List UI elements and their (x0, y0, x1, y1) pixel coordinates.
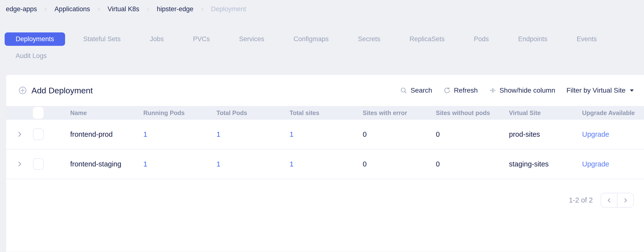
pager-controls (600, 193, 634, 208)
tab-jobs[interactable]: Jobs (139, 32, 175, 46)
tab-events[interactable]: Events (566, 32, 608, 46)
add-deployment-button[interactable]: Add Deployment (18, 86, 93, 95)
refresh-button[interactable]: Refresh (444, 86, 478, 94)
panel-header: Add Deployment Search (6, 75, 644, 106)
search-label: Search (410, 86, 432, 94)
total-sites-link[interactable]: 1 (290, 130, 294, 138)
total-pods-link[interactable]: 1 (216, 130, 220, 138)
deployment-name: frontend-staging (54, 160, 143, 168)
column-header-total-pods: Total Pods (216, 110, 290, 116)
total-sites-link[interactable]: 1 (290, 160, 294, 168)
breadcrumb-deployment: Deployment (211, 5, 246, 13)
tab-pvcs[interactable]: PVCs (182, 32, 221, 46)
sites-without-pods-value: 0 (436, 160, 509, 168)
add-deployment-label: Add Deployment (32, 86, 93, 95)
sites-without-pods-value: 0 (436, 130, 509, 138)
chevron-down-icon (629, 89, 634, 92)
upgrade-link[interactable]: Upgrade (582, 130, 609, 138)
breadcrumb-separator-icon: › (98, 6, 100, 12)
tab-deployments[interactable]: Deployments (5, 32, 65, 46)
sites-with-error-value: 0 (363, 130, 436, 138)
breadcrumb-edge-apps[interactable]: edge-apps (6, 5, 37, 13)
column-header-sites-without-pods: Sites without pods (436, 110, 509, 116)
running-pods-link[interactable]: 1 (143, 160, 147, 168)
chevron-right-icon (16, 160, 24, 168)
refresh-icon (444, 87, 451, 94)
show-hide-column-button[interactable]: Show/hide column (489, 86, 555, 94)
tab-bar: Deployments Stateful Sets Jobs PVCs Serv… (5, 32, 644, 63)
breadcrumb-separator-icon: › (147, 6, 149, 12)
chevron-left-icon (606, 197, 612, 204)
column-header-virtual-site: Virtual Site (509, 110, 582, 116)
next-page-button[interactable] (617, 193, 633, 207)
column-toggle-icon (489, 87, 496, 94)
search-icon (400, 87, 407, 94)
plus-circle-icon (18, 86, 27, 95)
virtual-site-value: staging-sites (509, 160, 582, 168)
breadcrumb-applications[interactable]: Applications (54, 5, 90, 13)
page-range-label: 1-2 of 2 (569, 196, 593, 204)
column-header-sites-with-error: Sites with error (363, 110, 436, 116)
show-hide-column-label: Show/hide column (500, 86, 555, 94)
row-checkbox[interactable] (33, 158, 54, 170)
tab-audit-logs[interactable]: Audit Logs (5, 49, 58, 63)
sites-with-error-value: 0 (363, 160, 436, 168)
table-toolbar: Search Refresh (400, 86, 634, 94)
deployments-panel: Add Deployment Search (6, 74, 644, 252)
tab-configmaps[interactable]: Configmaps (282, 32, 340, 46)
row-checkbox[interactable] (33, 128, 54, 140)
tab-secrets[interactable]: Secrets (347, 32, 391, 46)
search-button[interactable]: Search (400, 86, 432, 94)
tab-pods[interactable]: Pods (463, 32, 500, 46)
deployment-name: frontend-prod (54, 130, 143, 138)
table-header-row: Name Running Pods Total Pods Total sites… (6, 106, 644, 120)
tab-endpoints[interactable]: Endpoints (507, 32, 558, 46)
expand-row-button[interactable] (6, 130, 33, 138)
filter-virtual-site-dropdown[interactable]: Filter by Virtual Site (566, 86, 634, 94)
column-header-total-sites: Total sites (290, 110, 363, 116)
chevron-right-icon (16, 130, 24, 138)
running-pods-link[interactable]: 1 (143, 130, 147, 138)
table-row: frontend-staging 1 1 1 0 0 staging-sites… (6, 150, 644, 179)
tab-stateful-sets[interactable]: Stateful Sets (72, 32, 132, 46)
breadcrumb: edge-apps › Applications › Virtual K8s ›… (0, 0, 644, 13)
breadcrumb-separator-icon: › (45, 6, 47, 12)
filter-virtual-site-label: Filter by Virtual Site (566, 86, 626, 94)
select-all-checkbox[interactable] (33, 107, 54, 119)
column-header-name: Name (54, 110, 143, 116)
previous-page-button[interactable] (601, 193, 617, 207)
breadcrumb-virtual-k8s[interactable]: Virtual K8s (108, 5, 139, 13)
pagination: 1-2 of 2 (6, 179, 644, 208)
breadcrumb-hipster-edge[interactable]: hipster-edge (157, 5, 193, 13)
tab-replicasets[interactable]: ReplicaSets (398, 32, 456, 46)
tab-row-1: Deployments Stateful Sets Jobs PVCs Serv… (5, 32, 644, 46)
breadcrumb-separator-icon: › (201, 6, 203, 12)
expand-row-button[interactable] (6, 160, 33, 168)
total-pods-link[interactable]: 1 (216, 160, 220, 168)
upgrade-link[interactable]: Upgrade (582, 160, 609, 168)
table-row: frontend-prod 1 1 1 0 0 prod-sites Upgra… (6, 120, 644, 150)
tab-row-2: Audit Logs (5, 49, 644, 63)
tab-services[interactable]: Services (228, 32, 276, 46)
column-header-upgrade-available: Upgrade Available (582, 110, 644, 116)
virtual-site-value: prod-sites (509, 130, 582, 138)
refresh-label: Refresh (454, 86, 478, 94)
chevron-right-icon (622, 197, 629, 204)
column-header-running-pods: Running Pods (143, 110, 216, 116)
